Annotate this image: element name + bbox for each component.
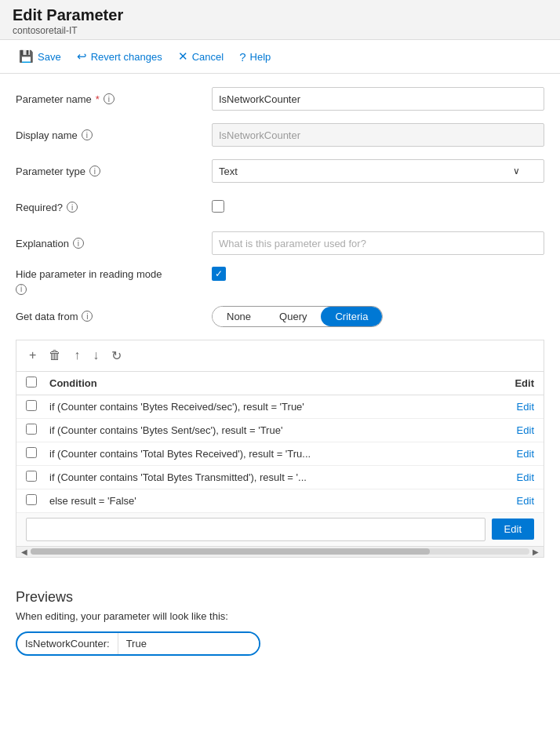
help-label: Help: [250, 51, 271, 63]
condition-header: Condition: [49, 377, 487, 389]
row-edit-1[interactable]: Edit: [487, 424, 534, 436]
row-edit-0[interactable]: Edit: [487, 401, 534, 413]
toolbar: 💾 Save ↩ Revert changes ✕ Cancel ? Help: [0, 40, 560, 74]
table-body: if (Counter contains 'Bytes Received/sec…: [16, 395, 544, 512]
table-row: if (Counter contains 'Total Bytes Transm…: [16, 466, 544, 489]
add-condition-button[interactable]: +: [26, 347, 39, 364]
row-condition-4: else result = 'False': [49, 495, 487, 507]
parameter-type-control: Text ∨: [212, 159, 544, 183]
bottom-text-input[interactable]: [26, 518, 485, 541]
required-info-icon[interactable]: i: [67, 202, 78, 213]
table-row: else result = 'False' Edit: [16, 489, 544, 512]
hide-param-info: i: [16, 282, 544, 295]
move-down-button[interactable]: ↓: [89, 347, 102, 364]
get-data-label: Get data from i: [16, 311, 212, 322]
row-checkbox-0[interactable]: [26, 400, 37, 411]
action-bar: + 🗑 ↑ ↓ ↻: [16, 340, 544, 372]
parameter-name-info-icon[interactable]: i: [104, 93, 115, 104]
toggle-query[interactable]: Query: [265, 307, 321, 326]
get-data-info-icon[interactable]: i: [82, 311, 93, 322]
parameter-type-dropdown[interactable]: Text ∨: [212, 159, 544, 183]
row-condition-0: if (Counter contains 'Bytes Received/sec…: [49, 401, 487, 413]
chevron-down-icon: ∨: [513, 166, 520, 176]
display-name-info-icon[interactable]: i: [82, 129, 93, 140]
select-all-checkbox[interactable]: [26, 377, 37, 388]
refresh-icon: ↻: [111, 348, 122, 363]
toggle-criteria[interactable]: Criteria: [321, 307, 382, 326]
required-control: [212, 200, 544, 215]
explanation-label: Explanation i: [16, 238, 212, 249]
previews-section: Previews When editing, your parameter wi…: [0, 583, 560, 671]
hide-param-row: Hide parameter in reading mode i: [16, 267, 544, 295]
explanation-row: Explanation i: [16, 231, 544, 256]
form-content: Parameter name * i Display name i Parame…: [0, 74, 560, 583]
revert-icon: ↩: [77, 49, 87, 64]
save-label: Save: [38, 51, 61, 63]
parameter-type-select-wrapper: Text ∨: [212, 159, 544, 183]
hide-param-main: Hide parameter in reading mode: [16, 267, 544, 281]
display-name-input[interactable]: [212, 123, 544, 147]
header-bar: Edit Parameter contosoretail-IT: [0, 0, 560, 40]
horizontal-scrollbar[interactable]: ◀ ▶: [16, 546, 544, 557]
preview-param-input[interactable]: [118, 633, 259, 654]
save-icon: 💾: [19, 49, 34, 64]
parameter-name-control: [212, 87, 544, 111]
row-checkbox-3[interactable]: [26, 471, 37, 482]
get-data-row: Get data from i None Query Criteria: [16, 306, 544, 327]
hide-param-label: Hide parameter in reading mode: [16, 268, 212, 280]
row-edit-2[interactable]: Edit: [487, 448, 534, 460]
previews-description: When editing, your parameter will look l…: [16, 610, 544, 622]
conditions-table-section: + 🗑 ↑ ↓ ↻ Condition Edit: [16, 340, 544, 558]
help-button[interactable]: ? Help: [233, 47, 277, 67]
parameter-type-label: Parameter type i: [16, 166, 212, 177]
bottom-edit-row: Edit: [16, 512, 544, 546]
row-edit-3[interactable]: Edit: [487, 471, 534, 483]
row-checkbox-1[interactable]: [26, 424, 37, 435]
preview-param-row: IsNetworkCounter:: [16, 631, 544, 656]
row-checkbox-4[interactable]: [26, 494, 37, 505]
scrollbar-thumb: [31, 548, 430, 555]
explanation-input[interactable]: [212, 231, 544, 255]
required-star: *: [96, 93, 100, 105]
preview-param-label: IsNetworkCounter:: [17, 633, 118, 654]
toggle-none[interactable]: None: [213, 307, 265, 326]
parameter-name-input[interactable]: [212, 87, 544, 111]
row-condition-2: if (Counter contains 'Total Bytes Receiv…: [49, 448, 487, 460]
revert-label: Revert changes: [91, 51, 162, 63]
bottom-edit-button[interactable]: Edit: [492, 519, 534, 540]
scrollbar-track[interactable]: [31, 548, 529, 555]
save-button[interactable]: 💾 Save: [13, 46, 67, 67]
display-name-label: Display name i: [16, 129, 212, 141]
row-checkbox-cell-2: [26, 447, 49, 460]
edit-header: Edit: [487, 377, 534, 389]
revert-button[interactable]: ↩ Revert changes: [71, 46, 169, 67]
table-row: if (Counter contains 'Total Bytes Receiv…: [16, 442, 544, 466]
row-checkbox-cell-0: [26, 400, 49, 413]
required-checkbox[interactable]: [212, 200, 224, 213]
parameter-name-label: Parameter name * i: [16, 93, 212, 105]
down-icon: ↓: [93, 348, 99, 362]
hide-param-info-icon[interactable]: i: [16, 284, 27, 295]
header-checkbox-cell: [26, 377, 49, 390]
explanation-info-icon[interactable]: i: [73, 238, 84, 249]
scroll-right-icon[interactable]: ▶: [529, 548, 542, 556]
delete-condition-button[interactable]: 🗑: [45, 347, 64, 364]
row-checkbox-2[interactable]: [26, 447, 37, 458]
explanation-control: [212, 231, 544, 255]
row-edit-4[interactable]: Edit: [487, 495, 534, 507]
display-name-control: [212, 123, 544, 147]
hide-param-checkbox[interactable]: [212, 267, 226, 281]
previews-title: Previews: [16, 589, 544, 606]
table-row: if (Counter contains 'Bytes Received/sec…: [16, 395, 544, 419]
refresh-button[interactable]: ↻: [108, 347, 125, 365]
row-checkbox-cell-4: [26, 494, 49, 508]
move-up-button[interactable]: ↑: [71, 347, 83, 364]
parameter-name-row: Parameter name * i: [16, 86, 544, 111]
scroll-left-icon[interactable]: ◀: [18, 548, 31, 556]
parameter-type-row: Parameter type i Text ∨: [16, 158, 544, 184]
page-subtitle: contosoretail-IT: [13, 25, 547, 36]
cancel-button[interactable]: ✕ Cancel: [172, 46, 230, 67]
row-condition-3: if (Counter contains 'Total Bytes Transm…: [49, 471, 487, 483]
parameter-type-info-icon[interactable]: i: [89, 166, 100, 176]
cancel-label: Cancel: [192, 51, 224, 63]
